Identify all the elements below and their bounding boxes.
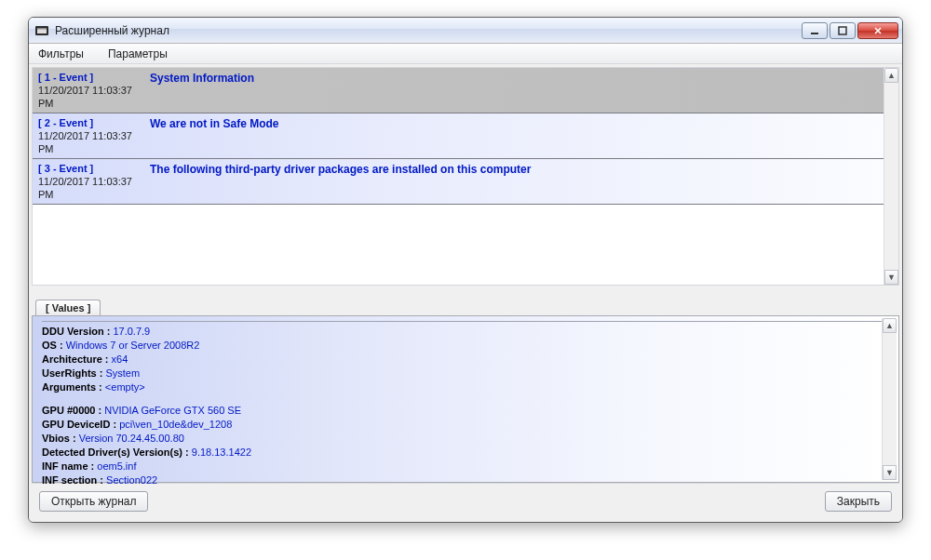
event-timestamp: 11/20/2017 11:03:37 PM <box>38 175 150 201</box>
value-val: NVIDIA GeForce GTX 560 SE <box>101 405 241 416</box>
value-row: Detected Driver(s) Version(s) : 9.18.13.… <box>42 446 889 460</box>
window-title: Расширенный журнал <box>55 24 169 37</box>
titlebar[interactable]: Расширенный журнал <box>29 18 902 44</box>
value-key: Arguments : <box>42 381 102 393</box>
value-key: INF section : <box>42 474 103 486</box>
scroll-up-icon[interactable]: ▲ <box>884 68 898 83</box>
value-val: 17.0.7.9 <box>110 326 150 337</box>
log-row-meta: [ 2 - Event ] 11/20/2017 11:03:37 PM <box>38 116 150 155</box>
svg-rect-2 <box>37 28 47 30</box>
scroll-down-icon[interactable]: ▼ <box>883 465 897 480</box>
minimize-button[interactable] <box>802 22 828 39</box>
app-window: Расширенный журнал Фильтры Параметры [ 1… <box>28 17 903 523</box>
event-timestamp: 11/20/2017 11:03:37 PM <box>38 84 150 110</box>
value-row: OS : Windows 7 or Server 2008R2 <box>42 339 889 353</box>
event-id: [ 3 - Event ] <box>38 162 150 175</box>
value-row: INF name : oem5.inf <box>42 460 889 473</box>
value-val: Windows 7 or Server 2008R2 <box>63 340 200 351</box>
menu-filters[interactable]: Фильтры <box>34 46 88 62</box>
value-val: Version 70.24.45.00.80 <box>76 433 184 444</box>
log-row[interactable]: [ 2 - Event ] 11/20/2017 11:03:37 PM We … <box>33 113 898 159</box>
log-row-meta: [ 3 - Event ] 11/20/2017 11:03:37 PM <box>38 162 150 201</box>
svg-rect-4 <box>839 27 846 34</box>
open-log-button[interactable]: Открыть журнал <box>39 491 148 512</box>
log-scroll-region: [ 1 - Event ] 11/20/2017 11:03:37 PM Sys… <box>33 68 898 285</box>
client-area: [ 1 - Event ] 11/20/2017 11:03:37 PM Sys… <box>29 64 902 522</box>
event-message: System Information <box>150 71 893 85</box>
value-row: GPU #0000 : NVIDIA GeForce GTX 560 SE <box>42 404 889 418</box>
event-message: The following third-party driver package… <box>150 162 893 176</box>
value-key: UserRights : <box>42 367 102 379</box>
menu-params[interactable]: Параметры <box>104 46 171 62</box>
close-window-button[interactable] <box>857 22 898 39</box>
close-button[interactable]: Закрыть <box>825 491 892 512</box>
log-row-meta: [ 1 - Event ] 11/20/2017 11:03:37 PM <box>38 71 150 110</box>
log-row[interactable]: [ 1 - Event ] 11/20/2017 11:03:37 PM Sys… <box>33 68 898 113</box>
value-key: DDU Version : <box>42 326 110 337</box>
value-val: x64 <box>109 353 128 365</box>
value-val: 9.18.13.1422 <box>189 447 251 458</box>
values-tabstrip: [ Values ] <box>32 297 899 315</box>
value-key: Vbios : <box>42 433 76 444</box>
event-message: We are not in Safe Mode <box>150 116 893 130</box>
value-val: pci\ven_10de&dev_1208 <box>116 419 232 430</box>
value-row: INF section : Section022 <box>42 473 889 487</box>
log-row[interactable]: [ 3 - Event ] 11/20/2017 11:03:37 PM The… <box>33 159 898 205</box>
tab-values[interactable]: [ Values ] <box>35 300 101 315</box>
event-id: [ 2 - Event ] <box>38 116 150 129</box>
value-key: GPU #0000 : <box>42 405 101 416</box>
value-key: Architecture : <box>42 353 109 365</box>
log-scrollbar[interactable]: ▲ ▼ <box>884 68 898 285</box>
window-buttons <box>800 22 898 39</box>
values-content: DDU Version : 17.0.7.9 OS : Windows 7 or… <box>42 321 889 487</box>
scroll-down-icon[interactable]: ▼ <box>884 270 898 285</box>
value-row: GPU DeviceID : pci\ven_10de&dev_1208 <box>42 418 889 432</box>
value-val: oem5.inf <box>94 460 136 472</box>
value-key: Detected Driver(s) Version(s) : <box>42 447 189 458</box>
value-row: UserRights : System <box>42 367 889 380</box>
value-row: Architecture : x64 <box>42 353 889 367</box>
values-scrollbar[interactable]: ▲ ▼ <box>882 318 897 480</box>
button-bar: Открыть журнал Закрыть <box>32 483 899 519</box>
values-pane: DDU Version : 17.0.7.9 OS : Windows 7 or… <box>32 315 899 483</box>
event-id: [ 1 - Event ] <box>38 71 150 84</box>
maximize-button[interactable] <box>830 22 856 39</box>
log-list[interactable]: [ 1 - Event ] 11/20/2017 11:03:37 PM Sys… <box>32 67 899 286</box>
event-timestamp: 11/20/2017 11:03:37 PM <box>38 129 150 155</box>
svg-rect-3 <box>811 33 818 34</box>
app-icon <box>34 23 49 38</box>
value-val: Section022 <box>103 474 157 486</box>
value-row: DDU Version : 17.0.7.9 <box>42 325 889 339</box>
value-key: INF name : <box>42 460 94 472</box>
value-val: System <box>102 367 140 379</box>
menubar: Фильтры Параметры <box>29 44 902 64</box>
scroll-up-icon[interactable]: ▲ <box>883 318 897 333</box>
value-row: Vbios : Version 70.24.45.00.80 <box>42 432 889 446</box>
spacer <box>42 394 889 404</box>
value-key: OS : <box>42 340 63 351</box>
value-key: GPU DeviceID : <box>42 419 116 430</box>
value-row: Arguments : <empty> <box>42 380 889 394</box>
value-val: <empty> <box>102 381 145 393</box>
